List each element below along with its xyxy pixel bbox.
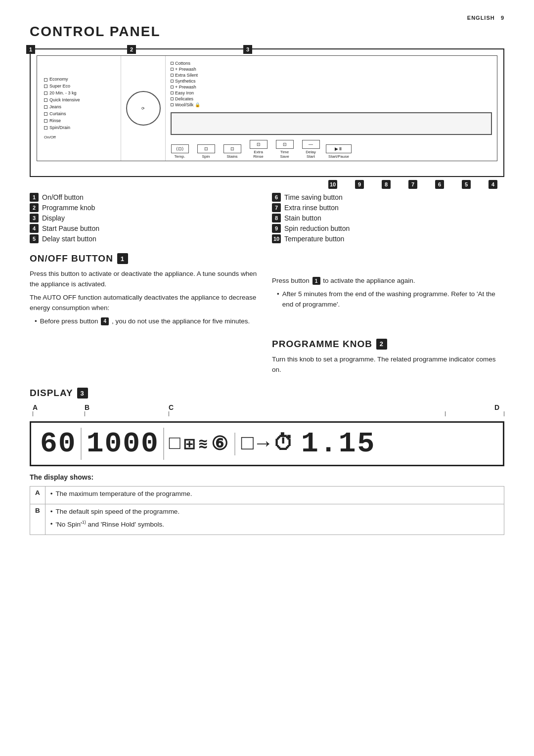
extra-rinse-button[interactable]: ⊡ xyxy=(250,140,267,149)
badge-7: 7 xyxy=(408,180,417,189)
temp-label: Temp. xyxy=(175,154,185,159)
lcd-spin: 1000 xyxy=(85,428,164,460)
lcd-temp: 60 xyxy=(40,428,82,460)
abcd-label-row: A B C D xyxy=(30,403,504,416)
bullet-b2-text: 'No Spin'1) and 'Rinse Hold' symbols. xyxy=(55,519,164,530)
bullet-b1-text: The default spin speed of the programme. xyxy=(55,507,179,517)
legend-badge-8: 8 xyxy=(272,214,281,222)
label-b: B xyxy=(85,403,89,411)
label-c: C xyxy=(169,403,174,411)
lcd-symbols-d: □ → ⏱ xyxy=(238,431,295,456)
label-b-spacer: B xyxy=(85,403,169,411)
display-heading-text: DISPLAY xyxy=(30,388,73,399)
stains-label: Stains xyxy=(226,154,237,159)
legend-label-10: Temperature button xyxy=(284,235,344,243)
tick-c xyxy=(169,411,445,416)
extra-rinse-label: ExtraRinse xyxy=(253,150,263,159)
onoff-right-badge: 1 xyxy=(312,277,320,285)
bullet-a1: The maximum temperature of the programme… xyxy=(50,489,499,499)
diagram-badge-1: 1 xyxy=(26,45,35,54)
legend-badge-9: 9 xyxy=(272,224,281,233)
start-pause-button[interactable]: ▶⏸ xyxy=(326,144,352,153)
lcd-sym-2: ⊞ xyxy=(184,433,197,455)
legend-label-2: Programme knob xyxy=(42,204,95,212)
two-column-section: ON/OFF BUTTON 1 Press this button to act… xyxy=(30,253,504,329)
label-d: D xyxy=(494,403,499,411)
display-section: DISPLAY 3 A B C D 60 xyxy=(30,388,504,534)
onoff-bullet1: Before press button 4 , you do not use t… xyxy=(35,316,262,327)
legend-badge-1: 1 xyxy=(30,193,39,202)
legend-item-2: 2 Programme knob xyxy=(30,203,262,212)
time-save-label: TimeSave xyxy=(280,150,289,159)
table-row-b: B The default spin speed of the programm… xyxy=(30,504,504,534)
onoff-body2: The AUTO OFF function automatically deac… xyxy=(30,293,262,313)
onoff-section: ON/OFF BUTTON 1 Press this button to act… xyxy=(30,253,262,329)
lcd-symbols-c: □ ⊞ ≋ ⑥ xyxy=(167,433,235,455)
programme-knob-section-row: PROGRAMME KNOB 2 Turn this knob to set a… xyxy=(30,339,504,378)
legend-item-5: 5 Delay start button xyxy=(30,234,262,243)
display-caption: The display shows: xyxy=(30,473,504,481)
diagram-badge-3: 3 xyxy=(243,45,252,54)
legend-badge-10: 10 xyxy=(272,234,281,243)
lcd-display: 60 1000 □ ⊞ ≋ ⑥ □ → ⏱ 1.15 xyxy=(30,421,504,466)
lcd-sym-1: □ xyxy=(169,433,182,454)
legend-badge-7: 7 xyxy=(272,203,281,212)
legend-label-9: Spin reduction button xyxy=(284,224,350,232)
badge-9: 9 xyxy=(355,180,364,189)
legend-badge-5: 5 xyxy=(30,234,39,243)
display-shows-label: The display shows: xyxy=(30,473,93,481)
badge-8: 8 xyxy=(382,180,391,189)
programme-knob[interactable]: ⟳ xyxy=(121,56,166,161)
tick-a xyxy=(33,411,85,416)
spin-label: Spin xyxy=(202,154,210,159)
onoff-right-content: Press button 1 to activate the appliance… xyxy=(272,276,504,310)
tick-d xyxy=(445,411,504,416)
display-badge: 3 xyxy=(77,388,88,399)
legend-item-4: 4 Start Pause button xyxy=(30,224,262,233)
display-heading: DISPLAY 3 xyxy=(30,388,504,399)
col-content-a: The maximum temperature of the programme… xyxy=(45,487,504,504)
badge-5: 5 xyxy=(462,180,471,189)
onoff-bullet1-text: Before press button 4 , you do not use t… xyxy=(40,316,250,327)
programme-knob-heading: PROGRAMME KNOB 2 xyxy=(272,339,504,350)
legend-item-9: 9 Spin reduction button xyxy=(272,224,504,233)
legend-item-3: 3 Display xyxy=(30,214,262,222)
onoff-body1: Press this button to activate or deactiv… xyxy=(30,269,262,290)
abcd-labels: A B C D xyxy=(30,403,504,411)
diagram-badge-2: 2 xyxy=(127,45,136,54)
onoff-right-bullet-text: After 5 minutes from the end of the wash… xyxy=(282,289,504,310)
start-pause-button-item: ▶⏸ Start/Pause xyxy=(326,144,352,159)
lcd-sym-d2: → xyxy=(257,432,271,456)
diagram-inner: Economy Super Eco 20 Min. - 3 kg Quick I… xyxy=(37,55,497,161)
right-section: Cottons + Prewash Extra Silent Synthetic… xyxy=(166,56,497,161)
legend-badge-6: 6 xyxy=(272,193,281,202)
knob-circle[interactable]: ⟳ xyxy=(126,91,161,126)
lcd-time: 1.15 xyxy=(301,428,376,460)
legend-grid: 1 On/Off button 6 Time saving button 2 P… xyxy=(30,193,504,243)
onoff-right-bullet: After 5 minutes from the end of the wash… xyxy=(277,289,504,310)
spin-button[interactable]: ⊡ xyxy=(197,144,215,153)
badge-6: 6 xyxy=(435,180,444,189)
bullet-b2: 'No Spin'1) and 'Rinse Hold' symbols. xyxy=(50,519,499,530)
delay-start-button[interactable]: — xyxy=(302,140,320,149)
programme-knob-badge: 2 xyxy=(376,339,387,350)
stains-button[interactable]: ⊡ xyxy=(223,144,241,153)
table-row-a: A The maximum temperature of the program… xyxy=(30,487,504,504)
col-letter-a: A xyxy=(30,487,45,504)
temp-button[interactable]: ⟨⊡⟩ xyxy=(171,144,189,153)
display-table: A The maximum temperature of the program… xyxy=(30,486,504,534)
legend-label-1: On/Off button xyxy=(42,193,84,201)
time-save-button[interactable]: ⊡ xyxy=(276,140,294,149)
legend-badge-2: 2 xyxy=(30,203,39,212)
label-d-spacer: D xyxy=(445,403,504,411)
badge-10: 10 xyxy=(328,180,337,189)
abcd-tick-lines xyxy=(30,411,504,416)
legend-label-4: Start Pause button xyxy=(42,224,99,232)
bullet-a1-text: The maximum temperature of the programme… xyxy=(55,489,192,499)
programme-knob-spacer xyxy=(30,339,262,378)
legend-item-8: 8 Stain button xyxy=(272,214,504,222)
onoff-heading-text: ON/OFF BUTTON xyxy=(30,253,113,264)
col-letter-b: B xyxy=(30,504,45,534)
label-a: A xyxy=(33,403,38,411)
lcd-sym-d3: ⏱ xyxy=(273,431,295,456)
